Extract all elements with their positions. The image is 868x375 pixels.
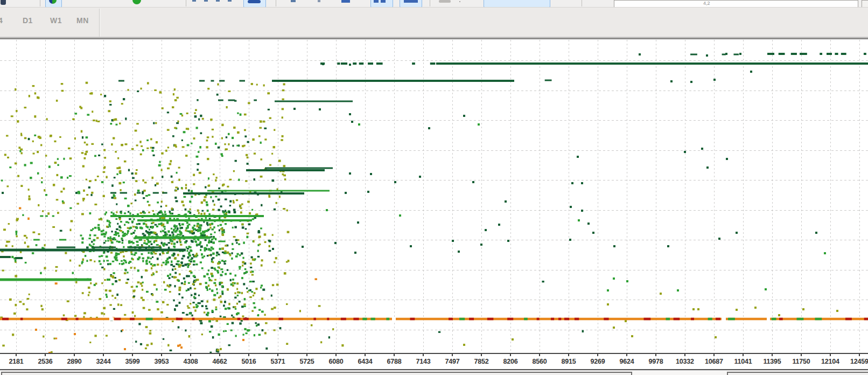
toolbar-separator	[186, 0, 186, 6]
x-axis-tick	[452, 354, 453, 356]
top-toolbar: 4,2	[0, 0, 868, 8]
symbol-combobox[interactable]: 4,2	[614, 0, 858, 8]
trading-terminal-window: 4,2 4 D1 W1 MN 2181253628903244359939534…	[0, 0, 868, 375]
x-axis-tick	[713, 354, 715, 356]
optimization-graph-pane: 2181253628903244359939534308466250165371…	[0, 37, 868, 375]
x-axis-tick	[394, 354, 395, 356]
x-axis-label: 8206	[503, 358, 517, 365]
x-axis-label: 2536	[38, 358, 52, 365]
x-axis-tick	[277, 354, 278, 356]
x-axis-tick	[859, 354, 860, 356]
x-axis-label: 11395	[763, 358, 781, 365]
x-axis-tick	[423, 354, 424, 356]
grip-dots	[459, 1, 460, 2]
toolbar-separator	[276, 0, 276, 6]
x-axis-label: 5016	[241, 358, 256, 365]
x-axis-tick	[306, 354, 307, 356]
x-axis-tick	[597, 354, 598, 356]
x-axis-tick	[16, 354, 17, 356]
shapes-tool-icon[interactable]	[341, 0, 350, 3]
x-axis-tick	[772, 354, 773, 356]
results-panel-top[interactable]	[1, 372, 632, 375]
x-axis-label: 8560	[532, 358, 547, 365]
x-axis-tick	[626, 354, 627, 356]
timeframe-d1[interactable]: D1	[23, 16, 33, 25]
zoom-in-icon2	[381, 0, 386, 3]
x-axis-tick	[248, 354, 249, 356]
cursor-tool-icon[interactable]	[192, 0, 196, 2]
x-axis-tick	[510, 354, 511, 356]
x-axis-label: 7143	[416, 358, 430, 365]
x-axis-label: 4308	[183, 358, 198, 365]
x-axis-tick	[161, 354, 162, 356]
zoom-out-icon	[404, 0, 418, 3]
x-axis-label: 6080	[328, 358, 343, 365]
toolbar-overflow-button[interactable]	[862, 0, 868, 8]
crosshair-tool-icon[interactable]	[204, 0, 208, 2]
x-axis-label: 9624	[619, 358, 634, 365]
chart-icon[interactable]	[1, 0, 6, 5]
timeframe-toolbar: 4 D1 W1 MN	[0, 8, 868, 37]
x-axis-label: 12104	[821, 358, 839, 365]
x-axis-tick	[655, 354, 656, 356]
x-axis-label: 6788	[387, 358, 401, 365]
timeframe-h4[interactable]: 4	[0, 16, 3, 25]
x-axis-tick	[684, 354, 685, 356]
journal-panel-top[interactable]	[727, 372, 868, 375]
timeframes-button[interactable]	[484, 0, 550, 8]
x-axis-tick	[103, 354, 104, 356]
x-axis-label: 5725	[299, 358, 314, 365]
x-axis-label: 9269	[590, 358, 605, 365]
lower-panel-edge	[0, 371, 868, 375]
x-axis-label: 5371	[270, 358, 285, 365]
timeframe-mn[interactable]: MN	[76, 16, 89, 25]
toolbar-separator	[40, 0, 40, 6]
symbol-combobox-text: 4,2	[703, 1, 710, 6]
x-axis-tick	[190, 354, 191, 356]
x-axis-tick	[219, 354, 220, 356]
hline-tool-icon	[248, 0, 261, 3]
zoom-in-icon	[374, 0, 379, 3]
text-tool-icon[interactable]	[318, 0, 320, 2]
x-axis-label: 10687	[705, 358, 723, 365]
line-tool-icon[interactable]	[216, 0, 220, 2]
x-axis-label: 3244	[96, 358, 110, 365]
x-axis-tick	[539, 354, 540, 356]
pointer-icon[interactable]	[291, 0, 296, 2]
x-axis-tick	[568, 354, 569, 356]
x-axis-label: 7497	[445, 358, 459, 365]
channel-tool-icon[interactable]	[228, 0, 232, 2]
toolbar-separator	[99, 9, 100, 37]
x-axis-label: 8915	[561, 358, 576, 365]
x-axis-label: 2181	[9, 358, 23, 365]
x-axis-tick	[335, 354, 337, 356]
x-axis-tick	[743, 354, 744, 356]
x-axis-tick	[45, 354, 46, 356]
x-axis-label: 10332	[676, 358, 694, 365]
green-status-icon[interactable]	[132, 0, 141, 4]
x-axis-tick	[830, 354, 831, 356]
x-axis-tick	[365, 354, 366, 356]
x-axis-tick	[481, 354, 482, 356]
x-axis-label: 12459	[850, 358, 868, 365]
x-axis-label: 11750	[792, 358, 810, 365]
x-axis-tick	[801, 354, 802, 356]
optimization-scatter-canvas[interactable]	[0, 40, 868, 353]
x-axis-label: 2890	[67, 358, 81, 365]
x-axis-tick	[74, 354, 75, 356]
toolbar-separator	[582, 0, 582, 6]
x-axis-tick	[132, 354, 133, 356]
x-axis-label: 7852	[474, 358, 488, 365]
x-axis-label: 3599	[125, 358, 139, 365]
x-axis-label: 4662	[212, 358, 227, 365]
toolbar-separator	[430, 0, 430, 6]
x-axis-label: 9978	[648, 358, 663, 365]
x-axis: 2181253628903244359939534308466250165371…	[0, 354, 868, 369]
timeframe-w1[interactable]: W1	[50, 16, 62, 25]
x-axis-label: 6434	[358, 358, 372, 365]
x-axis-label: 11041	[734, 358, 752, 365]
x-axis-label: 3953	[154, 358, 169, 365]
indicator-icon[interactable]	[439, 0, 451, 3]
